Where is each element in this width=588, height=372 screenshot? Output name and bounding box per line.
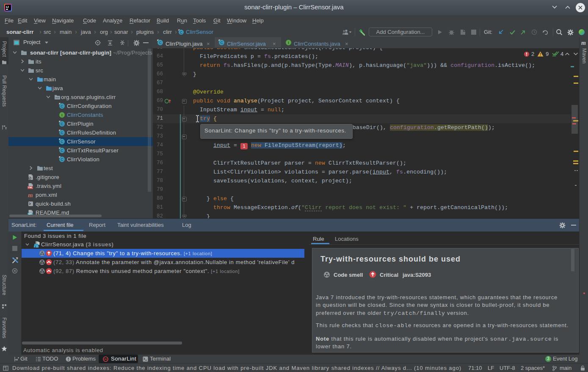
svg-text:J: J (34, 245, 36, 248)
svg-text:C: C (61, 149, 63, 153)
svg-text:C: C (220, 41, 223, 45)
svg-text:I: I (61, 113, 63, 117)
svg-text:C: C (61, 131, 63, 135)
svg-text:I: I (288, 41, 289, 45)
svg-text:C: C (159, 41, 162, 45)
svg-text:C: C (61, 157, 63, 162)
svg-text:C: C (61, 104, 63, 108)
svg-text:C: C (61, 140, 63, 144)
svg-text:C: C (61, 122, 63, 126)
svg-text:C: C (180, 30, 182, 35)
